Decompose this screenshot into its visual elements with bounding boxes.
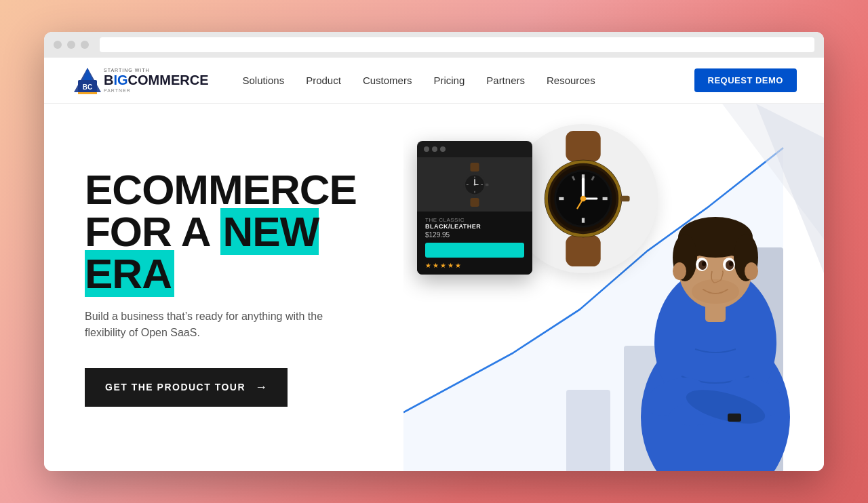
nav-pricing[interactable]: Pricing [433,75,465,86]
logo-ig: IG [113,73,127,88]
star-2: ★ [433,262,439,269]
headline-line2-prefix: FOR A [85,208,220,255]
browser-minimize-dot [67,41,75,49]
card-stars: ★ ★ ★ ★ ★ [425,262,524,269]
hero-headline: ECOMMERCE FOR A NEW ERA [85,169,370,295]
card-category: The Classic [425,217,524,223]
svg-point-55 [702,262,706,266]
product-card: The Classic BLACK/LEATHER $129.95 ★ ★ ★ … [417,141,532,275]
svg-text:BC: BC [83,83,92,91]
nav-partners[interactable]: Partners [486,75,525,86]
card-watch-image [417,157,532,212]
card-window-dots [417,141,532,157]
svg-rect-18 [486,183,489,186]
browser-frame: BC STARTING WITH BIGCOMMERCE PARTNER Sol… [44,32,824,471]
website-content: BC STARTING WITH BIGCOMMERCE PARTNER Sol… [44,58,824,471]
person-image [607,104,824,471]
watch-small-svg [458,163,492,207]
nav-product[interactable]: Product [306,75,341,86]
card-add-to-cart-button[interactable] [425,243,524,258]
browser-chrome [44,32,824,58]
hero-section: ECOMMERCE FOR A NEW ERA Build a business… [44,104,824,471]
site-header: BC STARTING WITH BIGCOMMERCE PARTNER Sol… [44,58,824,104]
card-dot-1 [424,146,429,152]
logo-top-text: STARTING WITH [104,68,208,73]
hero-subtext: Build a business that’s ready for anythi… [85,308,342,341]
hero-content: ECOMMERCE FOR A NEW ERA Build a business… [44,142,397,434]
cta-arrow-icon: → [255,380,267,395]
logo-text: STARTING WITH BIGCOMMERCE PARTNER [104,68,208,93]
card-dot-2 [432,146,437,152]
logo-bottom-text: PARTNER [104,88,208,93]
browser-maximize-dot [81,41,89,49]
request-demo-button[interactable]: REQUEST DEMO [694,68,797,92]
logo-commerce: COMMERCE [128,73,209,88]
svg-point-50 [745,262,758,280]
star-4: ★ [448,262,454,269]
logo-b: B [104,73,113,88]
star-3: ★ [440,262,446,269]
logo-icon: BC [71,66,104,95]
cta-label: GET THE PRODUCT TOUR [105,382,245,393]
svg-point-57 [692,279,739,304]
logo[interactable]: BC STARTING WITH BIGCOMMERCE PARTNER [71,66,208,95]
card-price: $129.95 [425,231,524,239]
svg-point-49 [673,262,686,280]
headline-line1: ECOMMERCE [85,166,357,213]
nav-solutions[interactable]: Solutions [242,75,284,86]
card-name: BLACK/LEATHER [425,223,524,230]
svg-rect-8 [471,198,479,207]
svg-rect-43 [728,414,741,422]
svg-rect-20 [566,235,600,266]
card-dot-3 [440,146,446,152]
svg-rect-7 [471,163,479,172]
main-nav: Solutions Product Customers Pricing Part… [242,75,694,86]
hero-visuals: The Classic BLACK/LEATHER $129.95 ★ ★ ★ … [403,104,824,471]
nav-resources[interactable]: Resources [547,75,595,86]
svg-rect-4 [78,92,97,94]
product-tour-cta[interactable]: GET THE PRODUCT TOUR → [85,368,288,407]
nav-customers[interactable]: Customers [363,75,412,86]
browser-close-dot [54,41,62,49]
svg-point-35 [580,196,587,202]
browser-address-bar[interactable] [100,37,814,52]
star-5: ★ [455,262,461,269]
person-svg [614,132,817,471]
svg-rect-19 [566,131,600,162]
star-1: ★ [425,262,431,269]
card-info: The Classic BLACK/LEATHER $129.95 ★ ★ ★ … [417,212,532,275]
svg-point-56 [729,262,733,266]
